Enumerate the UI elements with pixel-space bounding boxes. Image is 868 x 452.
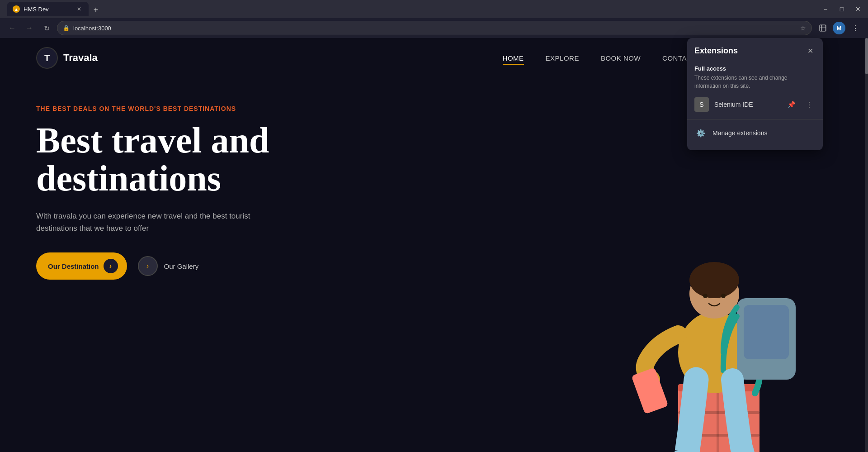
destination-button-label: Our Destination <box>48 262 99 270</box>
svg-rect-17 <box>744 305 789 359</box>
hero-subtitle: With travala you can experience new trav… <box>36 210 271 234</box>
manage-extensions-item[interactable]: ⚙️ Manage extensions <box>687 123 823 143</box>
forward-button[interactable]: → <box>23 21 36 35</box>
nav-link-explore[interactable]: EXPLORE <box>546 54 579 62</box>
address-bar[interactable]: 🔒 localhost:3000 ☆ <box>57 21 812 35</box>
hero-illustration <box>583 190 836 452</box>
nav-links: HOME EXPLORE BOOK NOW CONTACT <box>503 54 696 62</box>
logo-icon: T <box>36 47 58 69</box>
menu-button[interactable]: ⋮ <box>848 21 863 35</box>
close-window-button[interactable]: ✕ <box>852 3 864 15</box>
selenium-pin-button[interactable]: 📌 <box>785 98 797 111</box>
hero-title-line1: Best travel and <box>36 120 269 160</box>
tab-bar: ▲ HMS Dev ✕ + <box>4 2 106 16</box>
back-button[interactable]: ← <box>5 21 19 35</box>
maximize-button[interactable]: □ <box>835 3 848 15</box>
our-gallery-button[interactable]: › Our Gallery <box>138 256 199 276</box>
tab-title: HMS Dev <box>24 6 71 13</box>
nav-link-home[interactable]: HOME <box>503 54 524 62</box>
security-icon: 🔒 <box>63 25 70 31</box>
tab-close-button[interactable]: ✕ <box>75 5 83 13</box>
selenium-icon: S <box>694 97 709 112</box>
logo: T Travala <box>36 47 98 69</box>
svg-point-14 <box>721 294 726 298</box>
scrollbar[interactable] <box>865 38 868 452</box>
extensions-button[interactable] <box>816 21 830 35</box>
selenium-name: Selenium IDE <box>714 101 779 108</box>
nav-link-book-now[interactable]: BOOK NOW <box>601 54 641 62</box>
svg-point-13 <box>703 294 708 298</box>
browser-toolbar: ← → ↻ 🔒 localhost:3000 ☆ M ⋮ <box>0 18 868 38</box>
logo-name: Travala <box>63 52 98 64</box>
bookmark-icon[interactable]: ☆ <box>800 24 806 32</box>
tab-favicon: ▲ <box>13 5 20 13</box>
our-destination-button[interactable]: Our Destination › <box>36 252 127 280</box>
full-access-title: Full access <box>694 65 816 72</box>
browser-titlebar: ▲ HMS Dev ✕ + − □ ✕ <box>0 0 868 18</box>
minimize-button[interactable]: − <box>819 3 832 15</box>
full-access-desc: These extensions can see and change info… <box>694 74 816 90</box>
extensions-divider <box>687 119 823 119</box>
svg-rect-7 <box>717 384 719 452</box>
profile-avatar: M <box>833 22 845 34</box>
svg-point-12 <box>689 262 739 298</box>
selenium-more-button[interactable]: ⋮ <box>803 98 816 111</box>
hero-image <box>574 181 845 452</box>
manage-extensions-label: Manage extensions <box>712 129 767 137</box>
gallery-play-icon: › <box>138 256 158 276</box>
svg-rect-15 <box>631 367 668 414</box>
toolbar-actions: M ⋮ <box>816 21 863 35</box>
url-text: localhost:3000 <box>73 25 797 32</box>
manage-gear-icon: ⚙️ <box>694 127 707 139</box>
extensions-title: Extensions <box>694 46 738 56</box>
hero-title-line2: destinations <box>36 158 221 198</box>
extensions-header: Extensions ✕ <box>687 45 823 62</box>
full-access-section: Full access These extensions can see and… <box>687 62 823 94</box>
hero-title: Best travel and destinations <box>36 121 330 197</box>
browser-chrome: ▲ HMS Dev ✕ + − □ ✕ ← → ↻ 🔒 localhost:30… <box>0 0 868 38</box>
extensions-panel: Extensions ✕ Full access These extension… <box>687 38 823 150</box>
profile-button[interactable]: M <box>832 21 846 35</box>
active-tab[interactable]: ▲ HMS Dev ✕ <box>7 2 89 16</box>
extensions-close-button[interactable]: ✕ <box>805 45 816 56</box>
destination-arrow-icon: › <box>104 259 118 273</box>
refresh-button[interactable]: ↻ <box>40 21 53 35</box>
selenium-extension-item[interactable]: S Selenium IDE 📌 ⋮ <box>687 94 823 115</box>
new-tab-button[interactable]: + <box>90 4 102 16</box>
gallery-button-label: Our Gallery <box>164 262 199 270</box>
